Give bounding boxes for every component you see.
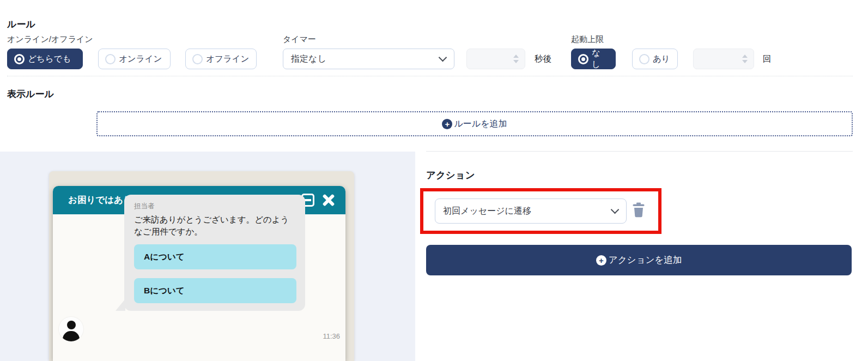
timer-label: タイマー bbox=[283, 34, 316, 45]
trash-icon bbox=[632, 202, 645, 218]
agent-avatar bbox=[59, 317, 83, 341]
chatbot-rule-editor: ルール オンライン/オフライン どちらでも オンライン オフライン タイマー 指… bbox=[0, 0, 868, 361]
option-label: なし bbox=[592, 47, 609, 70]
chat-widget-preview: お困りではありませんか？ 担当者 ご来訪ありがとうございます。どのようなご用件で… bbox=[53, 186, 345, 361]
option-label: オンライン bbox=[119, 53, 162, 65]
chat-message-text: ご来訪ありがとうございます。どのようなご用件ですか。 bbox=[134, 214, 296, 237]
plus-icon: + bbox=[442, 119, 452, 129]
option-label: どちらでも bbox=[28, 53, 71, 65]
message-timestamp: 11:36 bbox=[323, 332, 340, 340]
timer-seconds-input[interactable] bbox=[466, 49, 525, 69]
actions-panel-divider bbox=[426, 151, 853, 152]
agent-name-label: 担当者 bbox=[134, 202, 296, 211]
radio-selected-icon bbox=[14, 54, 25, 64]
add-action-button[interactable]: + アクションを追加 bbox=[426, 245, 852, 275]
plus-icon: + bbox=[596, 255, 606, 266]
display-rules-title: 表示ルール bbox=[7, 88, 54, 100]
launch-limit-option-some[interactable]: あり bbox=[632, 49, 678, 69]
launch-limit-option-none[interactable]: なし bbox=[571, 49, 616, 69]
add-rule-label: ルールを追加 bbox=[454, 118, 507, 130]
online-offline-option-both[interactable]: どちらでも bbox=[7, 49, 83, 69]
option-label: オフライン bbox=[206, 53, 249, 65]
radio-unselected-icon bbox=[105, 54, 116, 64]
timer-suffix-label: 秒後 bbox=[535, 53, 551, 65]
option-label: あり bbox=[653, 53, 670, 65]
rules-section-title: ルール bbox=[7, 18, 35, 31]
quick-reply-option-a[interactable]: Aについて bbox=[134, 244, 296, 269]
actions-section-title: アクション bbox=[426, 169, 475, 182]
timer-select-value: 指定なし bbox=[291, 53, 326, 65]
chevron-down-icon bbox=[611, 206, 620, 214]
launch-limit-count-input[interactable] bbox=[693, 49, 754, 69]
add-action-label: アクションを追加 bbox=[609, 254, 682, 266]
stepper-icon[interactable] bbox=[742, 55, 748, 63]
online-offline-option-online[interactable]: オンライン bbox=[98, 49, 171, 69]
chat-preview-frame: お困りではありませんか？ 担当者 ご来訪ありがとうございます。どのようなご用件で… bbox=[49, 171, 354, 361]
add-rule-button[interactable]: + ルールを追加 bbox=[96, 111, 853, 136]
section-divider bbox=[7, 76, 853, 76]
radio-unselected-icon bbox=[639, 54, 650, 64]
quick-reply-option-b[interactable]: Bについて bbox=[134, 278, 296, 303]
launch-limit-label: 起動上限 bbox=[571, 34, 604, 45]
timer-select[interactable]: 指定なし bbox=[283, 49, 454, 69]
launch-limit-suffix-label: 回 bbox=[763, 53, 772, 65]
delete-action-button[interactable] bbox=[632, 202, 645, 218]
chevron-down-icon bbox=[439, 53, 447, 62]
stepper-icon[interactable] bbox=[513, 55, 519, 63]
action-type-value: 初回メッセージに遷移 bbox=[443, 206, 531, 217]
action-type-select[interactable]: 初回メッセージに遷移 bbox=[435, 198, 627, 224]
close-icon[interactable] bbox=[321, 193, 336, 207]
chat-message-bubble: 担当者 ご来訪ありがとうございます。どのようなご用件ですか。 Aについて Bにつ… bbox=[124, 195, 305, 311]
online-offline-label: オンライン/オフライン bbox=[7, 34, 93, 45]
online-offline-option-offline[interactable]: オフライン bbox=[185, 49, 257, 69]
radio-selected-icon bbox=[578, 54, 588, 64]
radio-unselected-icon bbox=[192, 54, 203, 64]
